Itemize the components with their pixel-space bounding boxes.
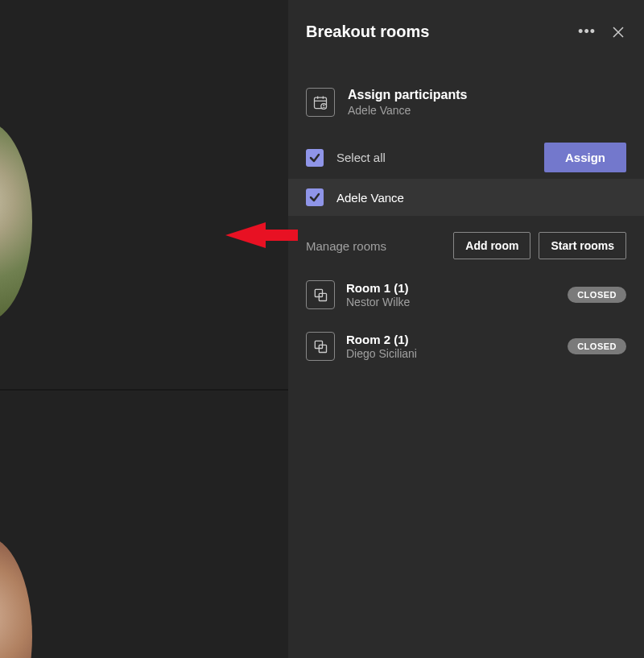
- room-status-badge: CLOSED: [568, 338, 626, 354]
- room-icon: [306, 332, 335, 361]
- room-row[interactable]: Room 2 (1) Diego Siciliani CLOSED: [288, 321, 644, 372]
- assign-subtitle: Adele Vance: [348, 104, 467, 117]
- header-actions: •••: [578, 23, 626, 40]
- more-options-icon[interactable]: •••: [578, 23, 596, 40]
- video-grid-upper: [0, 0, 288, 389]
- room-member: Diego Siciliani: [346, 347, 556, 360]
- assign-title: Assign participants: [348, 88, 467, 102]
- add-room-button[interactable]: Add room: [453, 232, 530, 259]
- assign-participants-icon: [306, 88, 335, 117]
- assign-participants-section: Assign participants Adele Vance Select a…: [288, 56, 644, 216]
- breakout-rooms-panel: Breakout rooms ••• Assign: [288, 0, 644, 658]
- select-all-label: Select all: [336, 151, 531, 164]
- select-all-row: Select all Assign: [306, 136, 626, 179]
- room-row[interactable]: Room 1 (1) Nestor Wilke CLOSED: [288, 269, 644, 321]
- manage-rooms-section: Manage rooms Add room Start rooms: [288, 216, 644, 269]
- assign-header: Assign participants Adele Vance: [306, 88, 626, 117]
- panel-title: Breakout rooms: [306, 23, 578, 41]
- svg-point-6: [323, 105, 324, 106]
- room-name: Room 2 (1): [346, 333, 556, 346]
- room-member: Nestor Wilke: [346, 296, 556, 308]
- room-info: Room 2 (1) Diego Siciliani: [346, 333, 556, 360]
- assign-titles: Assign participants Adele Vance: [348, 88, 467, 117]
- room-status-badge: CLOSED: [568, 287, 626, 303]
- manage-rooms-label: Manage rooms: [306, 239, 445, 253]
- close-icon[interactable]: [610, 24, 626, 40]
- participant-row[interactable]: Adele Vance: [288, 179, 644, 216]
- start-rooms-button[interactable]: Start rooms: [539, 232, 626, 259]
- room-name: Room 1 (1): [346, 281, 556, 295]
- participant-checkbox[interactable]: [306, 188, 324, 206]
- room-icon: [306, 280, 335, 309]
- select-all-checkbox[interactable]: [306, 149, 324, 167]
- video-grid-lower: [0, 391, 288, 658]
- assign-button[interactable]: Assign: [544, 143, 626, 172]
- room-info: Room 1 (1) Nestor Wilke: [346, 281, 556, 308]
- svg-point-5: [321, 104, 327, 110]
- participant-name: Adele Vance: [336, 191, 404, 205]
- panel-header: Breakout rooms •••: [288, 0, 644, 56]
